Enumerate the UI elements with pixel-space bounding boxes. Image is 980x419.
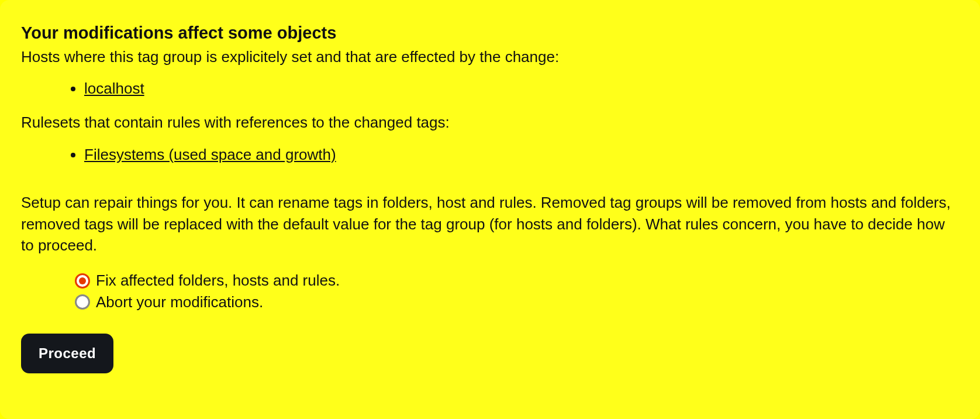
modifications-dialog: Your modifications affect some objects H…	[0, 0, 980, 419]
ruleset-item: Filesystems (used space and growth)	[84, 144, 959, 165]
radio-label: Abort your modifications.	[96, 291, 263, 312]
rulesets-intro-text: Rulesets that contain rules with referen…	[21, 112, 959, 133]
action-radio-group: Fix affected folders, hosts and rules. A…	[21, 270, 959, 312]
explanation-text: Setup can repair things for you. It can …	[21, 192, 957, 256]
radio-icon[interactable]	[75, 294, 90, 310]
dialog-heading: Your modifications affect some objects	[21, 21, 959, 45]
radio-icon[interactable]	[75, 273, 90, 289]
host-link[interactable]: localhost	[84, 80, 144, 97]
ruleset-link[interactable]: Filesystems (used space and growth)	[84, 146, 336, 163]
hosts-intro-text: Hosts where this tag group is explicitel…	[21, 46, 959, 67]
rulesets-list: Filesystems (used space and growth)	[21, 144, 959, 165]
host-item: localhost	[84, 78, 959, 99]
radio-option-fix[interactable]: Fix affected folders, hosts and rules.	[75, 270, 959, 291]
radio-label: Fix affected folders, hosts and rules.	[96, 270, 340, 291]
radio-option-abort[interactable]: Abort your modifications.	[75, 291, 959, 312]
proceed-button[interactable]: Proceed	[21, 334, 113, 373]
hosts-list: localhost	[21, 78, 959, 99]
